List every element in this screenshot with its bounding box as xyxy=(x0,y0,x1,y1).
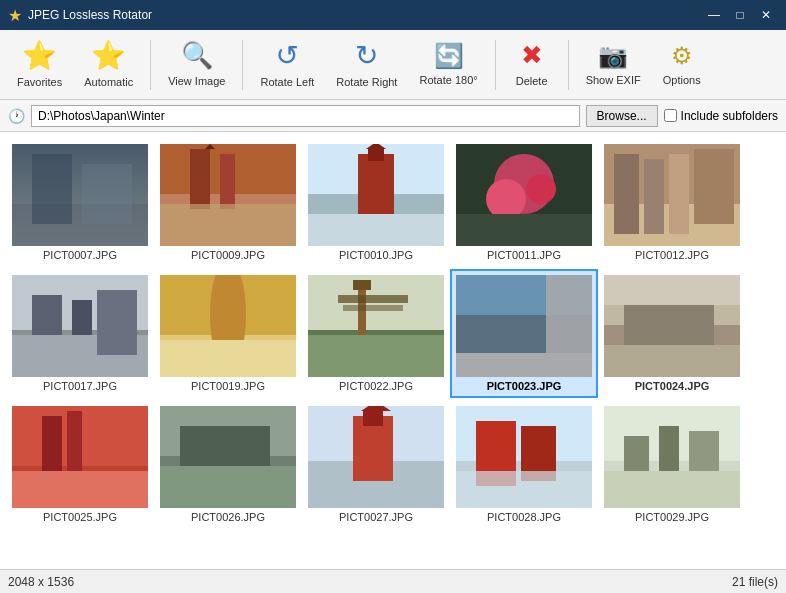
filename-pict0027: PICT0027.JPG xyxy=(339,511,413,523)
filename-pict0026: PICT0026.JPG xyxy=(191,511,265,523)
svg-rect-13 xyxy=(368,149,384,161)
rotate180-label: Rotate 180° xyxy=(419,74,477,87)
image-grid: PICT0007.JPG PICT0009.JPG xyxy=(0,132,786,569)
svg-rect-73 xyxy=(456,471,592,508)
thumbnail-pict0012 xyxy=(604,144,740,246)
image-cell-pict0017[interactable]: PICT0017.JPG xyxy=(6,269,154,398)
thumb-svg-pict0012 xyxy=(604,144,740,246)
minimize-button[interactable]: — xyxy=(702,5,726,25)
filename-pict0029: PICT0029.JPG xyxy=(635,511,709,523)
show-exif-button[interactable]: 📷 Show EXIF xyxy=(577,35,650,95)
toolbar-divider-2 xyxy=(242,40,243,90)
toolbar-divider-4 xyxy=(568,40,569,90)
svg-rect-25 xyxy=(669,154,689,234)
title-controls: — □ ✕ xyxy=(702,5,778,25)
filename-pict0017: PICT0017.JPG xyxy=(43,380,117,392)
filename-pict0024: PICT0024.JPG xyxy=(635,380,710,392)
thumbnail-pict0010 xyxy=(308,144,444,246)
view-image-icon: 🔍 xyxy=(181,40,213,71)
thumbnail-pict0025 xyxy=(12,406,148,508)
automatic-label: Automatic xyxy=(84,76,133,89)
svg-point-18 xyxy=(486,179,526,219)
status-dimensions: 2048 x 1536 xyxy=(8,575,74,589)
favorites-button[interactable]: ⭐ Favorites xyxy=(8,35,71,95)
maximize-button[interactable]: □ xyxy=(728,5,752,25)
status-bar: 2048 x 1536 21 file(s) xyxy=(0,569,786,593)
svg-rect-79 xyxy=(604,471,740,508)
path-input[interactable] xyxy=(31,105,580,127)
subfolders-label[interactable]: Include subfolders xyxy=(664,109,778,123)
svg-rect-2 xyxy=(32,154,72,224)
rotate180-button[interactable]: 🔄 Rotate 180° xyxy=(410,35,486,95)
options-icon: ⚙ xyxy=(671,42,693,70)
title-text: JPEG Lossless Rotator xyxy=(28,8,152,22)
thumbnail-pict0027 xyxy=(308,406,444,508)
close-button[interactable]: ✕ xyxy=(754,5,778,25)
svg-rect-26 xyxy=(694,149,734,224)
view-image-button[interactable]: 🔍 View Image xyxy=(159,35,234,95)
delete-button[interactable]: ✖ Delete xyxy=(504,35,560,95)
address-bar: 🕐 Browse... Include subfolders xyxy=(0,100,786,132)
svg-rect-6 xyxy=(190,149,210,209)
view-image-label: View Image xyxy=(168,75,225,88)
image-cell-pict0019[interactable]: PICT0019.JPG xyxy=(154,269,302,398)
browse-button[interactable]: Browse... xyxy=(586,105,658,127)
filename-pict0012: PICT0012.JPG xyxy=(635,249,709,261)
history-icon[interactable]: 🕐 xyxy=(8,108,25,124)
image-cell-pict0012[interactable]: PICT0012.JPG xyxy=(598,138,746,267)
thumbnail-pict0011 xyxy=(456,144,592,246)
thumb-svg-pict0029 xyxy=(604,406,740,508)
thumbnail-pict0023 xyxy=(456,275,592,377)
filename-pict0019: PICT0019.JPG xyxy=(191,380,265,392)
svg-rect-8 xyxy=(160,204,296,246)
image-cell-pict0025[interactable]: PICT0025.JPG xyxy=(6,400,154,529)
delete-label: Delete xyxy=(516,75,548,88)
rotate-right-button[interactable]: ↻ Rotate Right xyxy=(327,35,406,95)
show-exif-label: Show EXIF xyxy=(586,74,641,87)
thumb-svg-pict0027 xyxy=(308,406,444,508)
rotate180-icon: 🔄 xyxy=(434,42,464,70)
thumb-svg-pict0019 xyxy=(160,275,296,377)
image-cell-pict0028[interactable]: PICT0028.JPG xyxy=(450,400,598,529)
image-cell-pict0011[interactable]: PICT0011.JPG xyxy=(450,138,598,267)
subfolders-checkbox[interactable] xyxy=(664,109,677,122)
rotate-left-label: Rotate Left xyxy=(260,76,314,89)
status-filecount: 21 file(s) xyxy=(732,575,778,589)
image-cell-pict0010[interactable]: PICT0010.JPG xyxy=(302,138,450,267)
favorites-icon: ⭐ xyxy=(22,39,57,72)
image-cell-pict0027[interactable]: PICT0027.JPG xyxy=(302,400,450,529)
rotate-right-label: Rotate Right xyxy=(336,76,397,89)
image-row-0: PICT0007.JPG PICT0009.JPG xyxy=(6,138,780,267)
thumbnail-pict0024 xyxy=(604,275,740,377)
image-cell-pict0022[interactable]: PICT0022.JPG xyxy=(302,269,450,398)
image-cell-pict0026[interactable]: PICT0026.JPG xyxy=(154,400,302,529)
thumbnail-pict0017 xyxy=(12,275,148,377)
svg-rect-24 xyxy=(644,159,664,234)
thumbnail-pict0029 xyxy=(604,406,740,508)
thumb-svg-pict0026 xyxy=(160,406,296,508)
image-cell-pict0009[interactable]: PICT0009.JPG xyxy=(154,138,302,267)
options-button[interactable]: ⚙ Options xyxy=(654,35,710,95)
thumb-svg-pict0023 xyxy=(456,275,592,377)
image-cell-pict0024[interactable]: PICT0024.JPG xyxy=(598,269,746,398)
image-cell-pict0023[interactable]: PICT0023.JPG xyxy=(450,269,598,398)
svg-rect-54 xyxy=(604,345,740,377)
svg-rect-41 xyxy=(338,295,408,303)
svg-rect-7 xyxy=(220,154,235,209)
svg-rect-36 xyxy=(160,340,296,377)
image-cell-pict0029[interactable]: PICT0029.JPG xyxy=(598,400,746,529)
rotate-left-button[interactable]: ↻ Rotate Left xyxy=(251,35,323,95)
filename-pict0010: PICT0010.JPG xyxy=(339,249,413,261)
thumb-svg-pict0028 xyxy=(456,406,592,508)
thumb-svg-pict0007 xyxy=(12,144,148,246)
image-cell-pict0007[interactable]: PICT0007.JPG xyxy=(6,138,154,267)
svg-point-19 xyxy=(526,174,556,204)
automatic-button[interactable]: ⭐ Automatic xyxy=(75,35,142,95)
thumbnail-pict0007 xyxy=(12,144,148,246)
thumbnail-pict0028 xyxy=(456,406,592,508)
thumb-svg-pict0025 xyxy=(12,406,148,508)
thumb-svg-pict0024 xyxy=(604,275,740,377)
automatic-icon: ⭐ xyxy=(91,39,126,72)
svg-rect-32 xyxy=(97,290,137,355)
svg-rect-15 xyxy=(308,214,444,246)
